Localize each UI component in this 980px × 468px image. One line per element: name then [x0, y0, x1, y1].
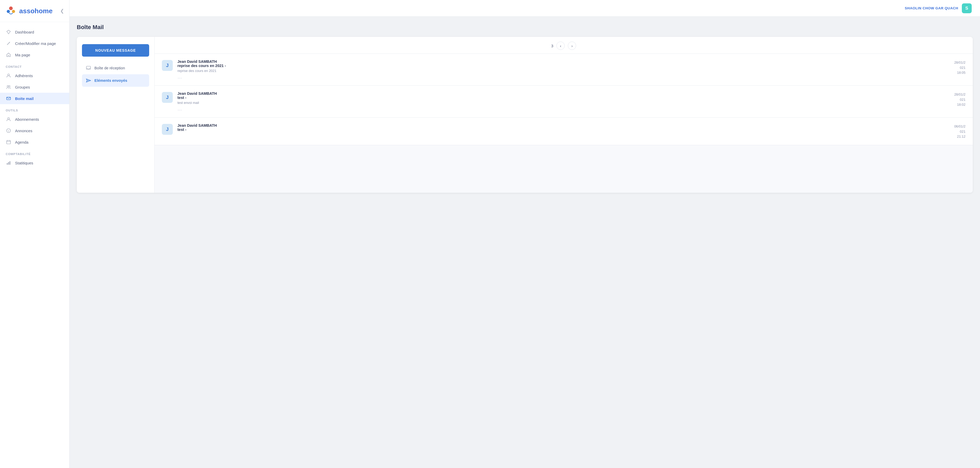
- user-menu[interactable]: SHAOLIN CHOW GAR QUACH S: [905, 3, 972, 13]
- main-area: SHAOLIN CHOW GAR QUACH S Boîte Mail NOUV…: [70, 0, 980, 468]
- mail-date: 28/01/202118:02: [947, 92, 966, 107]
- sidebar-item-dashboard[interactable]: Dashboard: [0, 26, 69, 38]
- mail-subject: test -: [177, 128, 186, 132]
- avatar: J: [162, 92, 173, 103]
- mail-meta: Jean David SAMBATH test - test envoi mai…: [177, 91, 943, 112]
- topbar: SHAOLIN CHOW GAR QUACH S: [70, 0, 980, 17]
- sidebar-item-boite-mail[interactable]: Boite mail: [0, 93, 69, 104]
- calendar-icon: [6, 139, 11, 145]
- page-title: Boîte Mail: [77, 24, 973, 30]
- sidebar-item-abonnements[interactable]: Abonnements: [0, 113, 69, 125]
- folder-list: Boîte de réception Eléments envoyés: [82, 62, 149, 87]
- mail-sender: Jean David SAMBATH: [177, 59, 217, 64]
- svg-marker-3: [7, 30, 10, 34]
- sidebar-item-groupes[interactable]: Groupes: [0, 81, 69, 93]
- mail-dots: …: [177, 106, 943, 112]
- user-avatar: S: [962, 3, 972, 13]
- mail-meta: Jean David SAMBATH test -: [177, 123, 943, 133]
- info-icon: i: [6, 128, 11, 134]
- section-label-outils: OUTILS: [0, 104, 69, 113]
- svg-point-9: [8, 118, 10, 120]
- person-icon: [6, 73, 11, 78]
- avatar: J: [162, 60, 173, 71]
- diamond-icon: [6, 29, 11, 35]
- people-icon: [6, 84, 11, 90]
- logo-icon: [5, 5, 17, 17]
- svg-point-0: [9, 6, 13, 10]
- inbox-icon: [86, 65, 91, 71]
- edit-icon: [6, 40, 11, 46]
- sidebar-item-ma-page[interactable]: Ma page: [0, 49, 69, 61]
- mail-pagination: 3 ‹ ›: [154, 37, 973, 54]
- sidebar-collapse-icon[interactable]: ❮: [60, 8, 64, 14]
- mail-meta: Jean David SAMBATH reprise des cours en …: [177, 59, 943, 80]
- mail-dots: …: [177, 74, 943, 80]
- mail-subject: reprise des cours en 2021 -: [177, 64, 226, 68]
- prev-page-button[interactable]: ‹: [557, 42, 565, 50]
- sidebar-item-annonces[interactable]: i Annonces: [0, 125, 69, 136]
- mail-left-panel: NOUVEAU MESSAGE Boîte de réception Eléme…: [77, 37, 154, 193]
- svg-rect-16: [7, 163, 8, 165]
- mail-date: 06/01/202121:12: [947, 124, 966, 139]
- send-icon: [86, 78, 91, 83]
- mail-preview: reprise des cours en 2021: [177, 69, 943, 73]
- sidebar-item-statitiques[interactable]: Statitiques: [0, 157, 69, 169]
- svg-rect-18: [10, 161, 11, 165]
- bar-chart-icon: [6, 160, 11, 166]
- logo-area: assohome ❮: [0, 0, 69, 22]
- next-page-button[interactable]: ›: [568, 42, 576, 50]
- mail-date: 28/01/202118:05: [947, 60, 966, 75]
- folder-reception[interactable]: Boîte de réception: [82, 62, 149, 74]
- svg-point-2: [12, 10, 15, 13]
- svg-rect-12: [7, 141, 11, 144]
- svg-text:i: i: [8, 129, 9, 133]
- mail-sender: Jean David SAMBATH: [177, 123, 217, 128]
- folder-envoyes[interactable]: Eléments envoyés: [82, 74, 149, 87]
- person-badge-icon: [6, 117, 11, 122]
- svg-point-1: [7, 10, 10, 13]
- mail-subject: test -: [177, 96, 186, 100]
- section-label-contact: CONTACT: [0, 61, 69, 70]
- svg-rect-17: [8, 162, 9, 165]
- mail-list: J Jean David SAMBATH reprise des cours e…: [154, 54, 973, 193]
- new-message-button[interactable]: NOUVEAU MESSAGE: [82, 44, 149, 57]
- svg-point-7: [9, 85, 10, 87]
- sidebar-nav: Dashboard Créer/Modifier ma page Ma page…: [0, 22, 69, 468]
- app-name: assohome: [19, 7, 52, 15]
- sidebar: assohome ❮ Dashboard Créer/Modifier ma p…: [0, 0, 70, 468]
- section-label-comptabilite: COMPTABILITÉ: [0, 148, 69, 157]
- sidebar-item-adherents[interactable]: Adhérents: [0, 70, 69, 81]
- page-number: 3: [551, 44, 553, 48]
- avatar: J: [162, 124, 173, 135]
- svg-point-5: [8, 74, 10, 76]
- table-row[interactable]: J Jean David SAMBATH reprise des cours e…: [154, 54, 973, 86]
- page-body: Boîte Mail NOUVEAU MESSAGE Boîte de réce…: [70, 17, 980, 468]
- table-row[interactable]: J Jean David SAMBATH test - test envoi m…: [154, 86, 973, 118]
- mail-right-panel: 3 ‹ › J Jean David SAMBATH: [154, 37, 973, 193]
- sidebar-item-agenda[interactable]: Agenda: [0, 136, 69, 148]
- mail-icon: [6, 96, 11, 101]
- table-row[interactable]: J Jean David SAMBATH test - 06/01/202121…: [154, 118, 973, 145]
- sidebar-item-creer-page[interactable]: Créer/Modifier ma page: [0, 38, 69, 49]
- mail-preview: test envoi mail: [177, 101, 943, 105]
- home-icon: [6, 52, 11, 58]
- username-label: SHAOLIN CHOW GAR QUACH: [905, 6, 958, 10]
- svg-rect-19: [86, 66, 91, 69]
- mail-layout: NOUVEAU MESSAGE Boîte de réception Eléme…: [77, 37, 973, 193]
- mail-sender: Jean David SAMBATH: [177, 91, 217, 96]
- svg-point-6: [7, 85, 9, 87]
